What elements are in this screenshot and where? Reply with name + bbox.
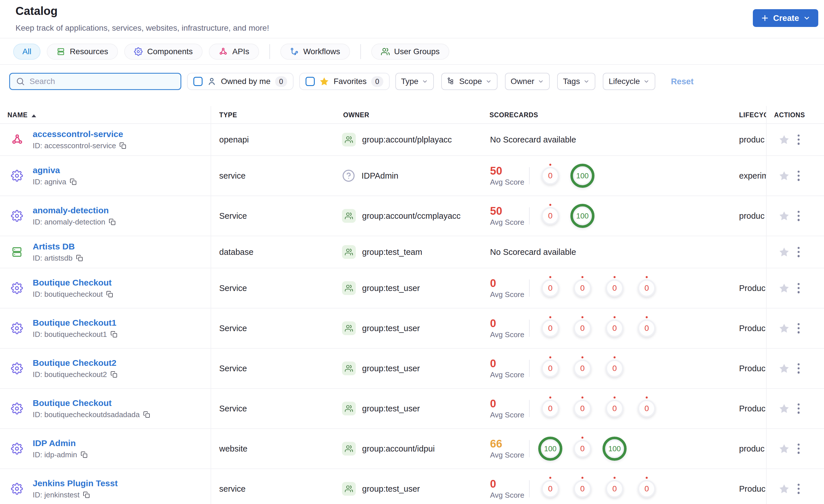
create-button[interactable]: Create	[753, 9, 818, 27]
favorite-star-button[interactable]	[779, 170, 790, 181]
favorite-star-button[interactable]	[779, 483, 790, 494]
scorecard-badge[interactable]: 0	[574, 279, 591, 297]
scorecard-badge[interactable]: 0	[574, 400, 591, 417]
scorecard-badge[interactable]: 0	[541, 167, 559, 184]
table-row[interactable]: Boutique CheckoutID: boutiquecheckoutdsa…	[0, 389, 824, 429]
copy-icon[interactable]	[81, 451, 88, 458]
scorecard-badge[interactable]: 0	[541, 480, 559, 498]
scorecard-badge[interactable]: 0	[606, 400, 623, 417]
tab-user-groups[interactable]: User Groups	[371, 43, 449, 59]
table-row[interactable]: IDP AdminID: idp-adminwebsitegroup:accou…	[0, 429, 824, 469]
scorecard-badge[interactable]: 0	[574, 320, 591, 337]
copy-icon[interactable]	[143, 411, 150, 418]
favorite-star-button[interactable]	[779, 363, 790, 374]
table-row[interactable]: Boutique CheckoutID: boutiquecheckoutSer…	[0, 268, 824, 308]
lifecycle-cell: Produc	[739, 389, 766, 428]
owner-dropdown[interactable]: Owner	[505, 73, 550, 90]
owned-by-me-checkbox[interactable]	[193, 77, 203, 86]
entity-name-link[interactable]: Boutique Checkout2	[33, 358, 117, 368]
table-row[interactable]: accesscontrol-serviceID: accesscontrol-s…	[0, 124, 824, 156]
row-menu-kebab[interactable]	[798, 170, 800, 181]
row-menu-kebab[interactable]	[798, 403, 800, 414]
favorites-filter[interactable]: Favorites 0	[299, 73, 390, 90]
page-title: Catalog	[15, 5, 58, 17]
table-row[interactable]: Artists DBID: artistsdbdatabasegroup:tes…	[0, 236, 824, 268]
column-divider-name	[211, 106, 211, 504]
scorecard-badge[interactable]: 0	[638, 320, 655, 337]
entity-name-link[interactable]: Boutique Checkout	[33, 278, 113, 287]
scorecard-badge[interactable]: 0	[574, 480, 591, 498]
scorecard-badge[interactable]: 100	[603, 436, 627, 461]
type-dropdown[interactable]: Type	[395, 73, 434, 90]
copy-icon[interactable]	[76, 255, 83, 261]
entity-name-link[interactable]: accesscontrol-service	[33, 129, 126, 139]
row-menu-kebab[interactable]	[798, 363, 800, 374]
entity-name-link[interactable]: IDP Admin	[33, 438, 88, 448]
row-menu-kebab[interactable]	[798, 211, 800, 221]
copy-icon[interactable]	[110, 331, 117, 338]
scorecard-badge[interactable]: 0	[574, 360, 591, 377]
favorites-checkbox[interactable]	[306, 77, 315, 86]
tab-resources[interactable]: Resources	[47, 43, 118, 59]
copy-icon[interactable]	[110, 371, 117, 378]
scorecard-badge[interactable]: 100	[571, 164, 595, 188]
search-input[interactable]: Search	[9, 73, 181, 90]
column-header-name[interactable]: NAME	[7, 111, 36, 119]
favorite-star-button[interactable]	[779, 403, 790, 414]
scorecard-badge[interactable]: 0	[541, 207, 559, 225]
entity-name-link[interactable]: Boutique Checkout	[33, 398, 150, 408]
scorecard-badge[interactable]: 0	[606, 480, 623, 498]
scorecard-badge[interactable]: 0	[541, 320, 559, 337]
table-row[interactable]: Boutique Checkout2ID: boutiquecheckout2S…	[0, 349, 824, 389]
scorecard-badge[interactable]: 0	[541, 360, 559, 377]
row-menu-kebab[interactable]	[798, 444, 800, 454]
lifecycle-dropdown[interactable]: Lifecycle	[603, 73, 655, 90]
favorite-star-button[interactable]	[779, 247, 790, 257]
favorite-star-button[interactable]	[779, 134, 790, 145]
scorecard-badge[interactable]: 0	[638, 279, 655, 297]
row-menu-kebab[interactable]	[798, 247, 800, 257]
owned-by-me-filter[interactable]: Owned by me 0	[187, 73, 294, 90]
entity-name-link[interactable]: agniva	[33, 165, 77, 175]
copy-icon[interactable]	[109, 219, 116, 225]
row-menu-kebab[interactable]	[798, 283, 800, 293]
table-row[interactable]: anomaly-detectionID: anomaly-detectionSe…	[0, 196, 824, 236]
tab-apis[interactable]: APIs	[209, 43, 259, 59]
entity-name-link[interactable]: anomaly-detection	[33, 206, 116, 215]
avg-score-label: Avg Score	[490, 218, 524, 227]
row-menu-kebab[interactable]	[798, 134, 800, 145]
filter-bar: Search Owned by me 0 Favorites 0 TypeSco…	[9, 73, 694, 90]
copy-icon[interactable]	[119, 142, 126, 149]
row-menu-kebab[interactable]	[798, 484, 800, 494]
scorecard-badge[interactable]: 0	[606, 279, 623, 297]
copy-icon[interactable]	[83, 491, 90, 498]
scorecard-badge[interactable]: 0	[638, 400, 655, 417]
favorite-star-button[interactable]	[779, 211, 790, 221]
scorecard-badge[interactable]: 0	[638, 480, 655, 498]
tab-all[interactable]: All	[13, 43, 40, 59]
reset-filters-link[interactable]: Reset	[671, 77, 694, 86]
tags-dropdown[interactable]: Tags	[557, 73, 595, 90]
copy-icon[interactable]	[70, 178, 77, 185]
scorecard-badge[interactable]: 100	[538, 436, 562, 461]
scorecard-badge[interactable]: 0	[606, 320, 623, 337]
scope-dropdown[interactable]: Scope	[441, 73, 497, 90]
favorite-star-button[interactable]	[779, 323, 790, 334]
entity-name-link[interactable]: Artists DB	[33, 242, 83, 251]
scorecard-badge[interactable]: 0	[541, 400, 559, 417]
tab-components[interactable]: Components	[124, 43, 203, 59]
table-row[interactable]: agnivaID: agnivaserviceIDPAdmin50Avg Sco…	[0, 156, 824, 196]
table-row[interactable]: Boutique Checkout1ID: boutiquecheckout1S…	[0, 308, 824, 349]
favorite-star-button[interactable]	[779, 283, 790, 293]
row-menu-kebab[interactable]	[798, 323, 800, 334]
scorecard-badge[interactable]: 0	[574, 440, 591, 458]
tab-workflows[interactable]: Workflows	[280, 43, 350, 59]
scorecard-badge[interactable]: 0	[541, 279, 559, 297]
entity-name-link[interactable]: Jenkins Plugin Tesst	[33, 479, 118, 488]
scorecard-badge[interactable]: 100	[571, 204, 595, 228]
table-row[interactable]: Jenkins Plugin TesstID: jenkinstestservi…	[0, 469, 824, 504]
scorecard-badge[interactable]: 0	[606, 360, 623, 377]
favorite-star-button[interactable]	[779, 443, 790, 454]
entity-name-link[interactable]: Boutique Checkout1	[33, 318, 117, 328]
copy-icon[interactable]	[106, 291, 113, 297]
